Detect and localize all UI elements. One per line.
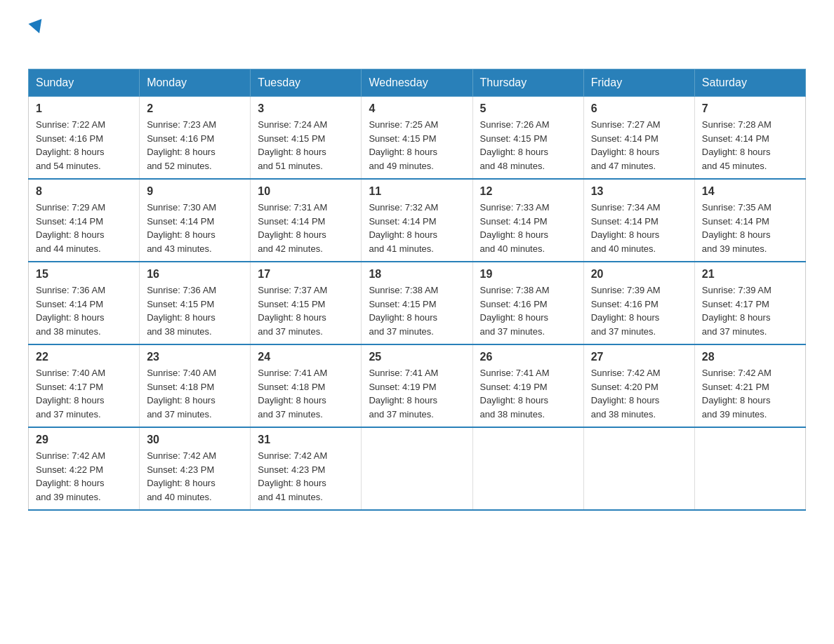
logo-triangle-icon	[29, 19, 46, 36]
day-info: Sunrise: 7:31 AM Sunset: 4:14 PM Dayligh…	[258, 201, 354, 255]
day-number: 29	[36, 434, 132, 446]
day-info: Sunrise: 7:22 AM Sunset: 4:16 PM Dayligh…	[36, 118, 132, 173]
day-info: Sunrise: 7:27 AM Sunset: 4:14 PM Dayligh…	[591, 118, 687, 173]
day-number: 22	[36, 351, 132, 363]
day-number: 28	[702, 351, 798, 363]
calendar-day-cell: 23 Sunrise: 7:40 AM Sunset: 4:18 PM Dayl…	[140, 344, 251, 427]
day-number: 13	[591, 185, 687, 198]
calendar-day-cell: 17 Sunrise: 7:37 AM Sunset: 4:15 PM Dayl…	[251, 262, 362, 344]
calendar-day-cell: 18 Sunrise: 7:38 AM Sunset: 4:15 PM Dayl…	[362, 262, 472, 344]
calendar-day-cell: 24 Sunrise: 7:41 AM Sunset: 4:18 PM Dayl…	[251, 344, 362, 427]
calendar-day-cell: 7 Sunrise: 7:28 AM Sunset: 4:14 PM Dayli…	[694, 97, 805, 180]
day-info: Sunrise: 7:28 AM Sunset: 4:14 PM Dayligh…	[702, 118, 798, 173]
page-header	[28, 21, 806, 55]
calendar-header: SundayMondayTuesdayWednesdayThursdayFrid…	[29, 69, 806, 97]
day-info: Sunrise: 7:24 AM Sunset: 4:15 PM Dayligh…	[258, 118, 354, 173]
day-info: Sunrise: 7:40 AM Sunset: 4:18 PM Dayligh…	[147, 366, 243, 421]
day-number: 27	[591, 351, 687, 363]
calendar-day-cell	[472, 427, 583, 510]
calendar-day-cell: 4 Sunrise: 7:25 AM Sunset: 4:15 PM Dayli…	[362, 97, 472, 180]
day-info: Sunrise: 7:23 AM Sunset: 4:16 PM Dayligh…	[147, 118, 243, 173]
day-number: 20	[591, 268, 687, 281]
logo	[28, 21, 44, 55]
day-number: 24	[258, 351, 354, 363]
day-number: 11	[369, 185, 465, 198]
day-info: Sunrise: 7:29 AM Sunset: 4:14 PM Dayligh…	[36, 201, 132, 255]
day-info: Sunrise: 7:25 AM Sunset: 4:15 PM Dayligh…	[369, 118, 465, 173]
weekday-header: Monday	[140, 69, 251, 97]
calendar-day-cell: 22 Sunrise: 7:40 AM Sunset: 4:17 PM Dayl…	[29, 344, 140, 427]
calendar-day-cell: 13 Sunrise: 7:34 AM Sunset: 4:14 PM Dayl…	[583, 179, 694, 262]
day-info: Sunrise: 7:42 AM Sunset: 4:21 PM Dayligh…	[702, 366, 798, 421]
calendar-day-cell: 14 Sunrise: 7:35 AM Sunset: 4:14 PM Dayl…	[694, 179, 805, 262]
day-number: 17	[258, 268, 354, 281]
calendar-day-cell: 5 Sunrise: 7:26 AM Sunset: 4:15 PM Dayli…	[472, 97, 583, 180]
day-info: Sunrise: 7:30 AM Sunset: 4:14 PM Dayligh…	[147, 201, 243, 255]
day-number: 31	[258, 434, 354, 446]
calendar-week-row: 22 Sunrise: 7:40 AM Sunset: 4:17 PM Dayl…	[29, 344, 806, 427]
calendar-day-cell: 31 Sunrise: 7:42 AM Sunset: 4:23 PM Dayl…	[251, 427, 362, 510]
weekday-header: Sunday	[29, 69, 140, 97]
day-info: Sunrise: 7:26 AM Sunset: 4:15 PM Dayligh…	[480, 118, 576, 173]
day-info: Sunrise: 7:42 AM Sunset: 4:20 PM Dayligh…	[591, 366, 687, 421]
calendar-day-cell	[362, 427, 472, 510]
calendar-week-row: 1 Sunrise: 7:22 AM Sunset: 4:16 PM Dayli…	[29, 97, 806, 180]
calendar-day-cell: 19 Sunrise: 7:38 AM Sunset: 4:16 PM Dayl…	[472, 262, 583, 344]
day-number: 16	[147, 268, 243, 281]
calendar-day-cell: 16 Sunrise: 7:36 AM Sunset: 4:15 PM Dayl…	[140, 262, 251, 344]
day-number: 4	[369, 102, 465, 115]
day-number: 3	[258, 102, 354, 115]
calendar-day-cell: 11 Sunrise: 7:32 AM Sunset: 4:14 PM Dayl…	[362, 179, 472, 262]
day-info: Sunrise: 7:41 AM Sunset: 4:19 PM Dayligh…	[480, 366, 576, 421]
day-info: Sunrise: 7:34 AM Sunset: 4:14 PM Dayligh…	[591, 201, 687, 255]
day-info: Sunrise: 7:35 AM Sunset: 4:14 PM Dayligh…	[702, 201, 798, 255]
calendar-day-cell: 10 Sunrise: 7:31 AM Sunset: 4:14 PM Dayl…	[251, 179, 362, 262]
day-info: Sunrise: 7:39 AM Sunset: 4:16 PM Dayligh…	[591, 283, 687, 338]
calendar-day-cell: 20 Sunrise: 7:39 AM Sunset: 4:16 PM Dayl…	[583, 262, 694, 344]
calendar-day-cell: 6 Sunrise: 7:27 AM Sunset: 4:14 PM Dayli…	[583, 97, 694, 180]
day-number: 30	[147, 434, 243, 446]
day-info: Sunrise: 7:41 AM Sunset: 4:19 PM Dayligh…	[369, 366, 465, 421]
day-info: Sunrise: 7:42 AM Sunset: 4:22 PM Dayligh…	[36, 449, 132, 504]
calendar-body: 1 Sunrise: 7:22 AM Sunset: 4:16 PM Dayli…	[29, 97, 806, 511]
day-info: Sunrise: 7:33 AM Sunset: 4:14 PM Dayligh…	[480, 201, 576, 255]
calendar-day-cell: 15 Sunrise: 7:36 AM Sunset: 4:14 PM Dayl…	[29, 262, 140, 344]
day-info: Sunrise: 7:38 AM Sunset: 4:16 PM Dayligh…	[480, 283, 576, 338]
day-number: 7	[702, 102, 798, 115]
day-number: 23	[147, 351, 243, 363]
calendar-day-cell: 25 Sunrise: 7:41 AM Sunset: 4:19 PM Dayl…	[362, 344, 472, 427]
calendar-day-cell: 29 Sunrise: 7:42 AM Sunset: 4:22 PM Dayl…	[29, 427, 140, 510]
weekday-header: Wednesday	[362, 69, 472, 97]
day-number: 18	[369, 268, 465, 281]
day-info: Sunrise: 7:39 AM Sunset: 4:17 PM Dayligh…	[702, 283, 798, 338]
day-number: 9	[147, 185, 243, 198]
day-number: 8	[36, 185, 132, 198]
weekday-header: Thursday	[472, 69, 583, 97]
calendar-day-cell: 27 Sunrise: 7:42 AM Sunset: 4:20 PM Dayl…	[583, 344, 694, 427]
calendar-table: SundayMondayTuesdayWednesdayThursdayFrid…	[28, 69, 806, 511]
weekday-header-row: SundayMondayTuesdayWednesdayThursdayFrid…	[29, 69, 806, 97]
day-number: 14	[702, 185, 798, 198]
day-number: 10	[258, 185, 354, 198]
weekday-header: Tuesday	[251, 69, 362, 97]
calendar-day-cell: 12 Sunrise: 7:33 AM Sunset: 4:14 PM Dayl…	[472, 179, 583, 262]
day-number: 6	[591, 102, 687, 115]
calendar-day-cell: 2 Sunrise: 7:23 AM Sunset: 4:16 PM Dayli…	[140, 97, 251, 180]
day-number: 12	[480, 185, 576, 198]
day-info: Sunrise: 7:41 AM Sunset: 4:18 PM Dayligh…	[258, 366, 354, 421]
day-info: Sunrise: 7:36 AM Sunset: 4:15 PM Dayligh…	[147, 283, 243, 338]
calendar-day-cell	[694, 427, 805, 510]
day-number: 19	[480, 268, 576, 281]
day-number: 15	[36, 268, 132, 281]
day-info: Sunrise: 7:38 AM Sunset: 4:15 PM Dayligh…	[369, 283, 465, 338]
day-info: Sunrise: 7:42 AM Sunset: 4:23 PM Dayligh…	[147, 449, 243, 504]
calendar-day-cell: 30 Sunrise: 7:42 AM Sunset: 4:23 PM Dayl…	[140, 427, 251, 510]
weekday-header: Friday	[583, 69, 694, 97]
day-number: 2	[147, 102, 243, 115]
day-number: 5	[480, 102, 576, 115]
day-info: Sunrise: 7:37 AM Sunset: 4:15 PM Dayligh…	[258, 283, 354, 338]
calendar-week-row: 15 Sunrise: 7:36 AM Sunset: 4:14 PM Dayl…	[29, 262, 806, 344]
day-info: Sunrise: 7:42 AM Sunset: 4:23 PM Dayligh…	[258, 449, 354, 504]
weekday-header: Saturday	[694, 69, 805, 97]
calendar-day-cell: 8 Sunrise: 7:29 AM Sunset: 4:14 PM Dayli…	[29, 179, 140, 262]
